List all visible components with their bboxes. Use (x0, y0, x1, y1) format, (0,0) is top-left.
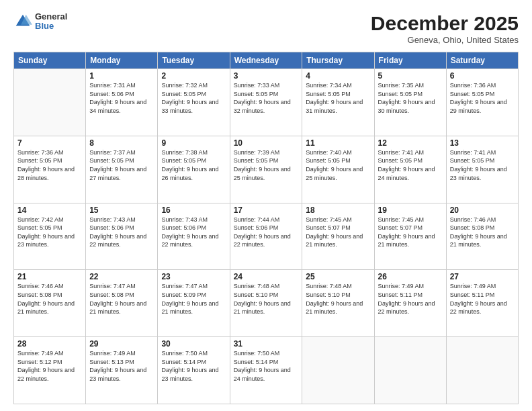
calendar-cell (302, 337, 374, 404)
calendar-week-row: 7 Sunrise: 7:36 AMSunset: 5:05 PMDayligh… (14, 136, 519, 203)
calendar-day-header: Monday (86, 52, 158, 69)
day-number: 23 (161, 272, 226, 281)
calendar-cell: 19 Sunrise: 7:45 AMSunset: 5:07 PMDaylig… (374, 203, 446, 270)
day-info: Sunrise: 7:44 AMSunset: 5:06 PMDaylight:… (234, 216, 291, 248)
calendar-cell: 1 Sunrise: 7:31 AMSunset: 5:06 PMDayligh… (86, 69, 158, 136)
day-number: 7 (17, 138, 82, 148)
day-number: 29 (89, 339, 154, 349)
day-info: Sunrise: 7:45 AMSunset: 5:07 PMDaylight:… (378, 216, 435, 248)
calendar-cell (374, 337, 446, 404)
calendar-cell: 25 Sunrise: 7:48 AMSunset: 5:10 PMDaylig… (302, 270, 374, 337)
day-info: Sunrise: 7:34 AMSunset: 5:05 PMDaylight:… (306, 82, 363, 114)
day-info: Sunrise: 7:43 AMSunset: 5:06 PMDaylight:… (161, 216, 218, 248)
day-info: Sunrise: 7:40 AMSunset: 5:05 PMDaylight:… (306, 149, 363, 181)
day-number: 16 (161, 205, 226, 215)
day-info: Sunrise: 7:48 AMSunset: 5:10 PMDaylight:… (306, 283, 363, 315)
day-info: Sunrise: 7:49 AMSunset: 5:11 PMDaylight:… (378, 283, 435, 315)
calendar-cell: 23 Sunrise: 7:47 AMSunset: 5:09 PMDaylig… (158, 270, 230, 337)
day-number: 24 (234, 272, 299, 281)
header: General Blue December 2025 Geneva, Ohio,… (13, 12, 519, 45)
day-number: 2 (161, 71, 226, 81)
calendar-cell: 15 Sunrise: 7:43 AMSunset: 5:06 PMDaylig… (86, 203, 158, 270)
calendar-cell: 16 Sunrise: 7:43 AMSunset: 5:06 PMDaylig… (158, 203, 230, 270)
calendar-cell: 7 Sunrise: 7:36 AMSunset: 5:05 PMDayligh… (14, 136, 86, 203)
day-number: 25 (306, 272, 370, 281)
calendar-day-header: Friday (374, 52, 446, 69)
calendar-table: SundayMondayTuesdayWednesdayThursdayFrid… (13, 52, 519, 404)
calendar-cell: 20 Sunrise: 7:46 AMSunset: 5:08 PMDaylig… (446, 203, 518, 270)
calendar-cell: 17 Sunrise: 7:44 AMSunset: 5:06 PMDaylig… (230, 203, 302, 270)
day-info: Sunrise: 7:38 AMSunset: 5:05 PMDaylight:… (161, 149, 218, 181)
day-info: Sunrise: 7:36 AMSunset: 5:05 PMDaylight:… (450, 82, 507, 114)
day-info: Sunrise: 7:49 AMSunset: 5:12 PMDaylight:… (17, 350, 75, 382)
day-info: Sunrise: 7:36 AMSunset: 5:05 PMDaylight:… (17, 149, 75, 181)
day-info: Sunrise: 7:35 AMSunset: 5:05 PMDaylight:… (378, 82, 435, 114)
calendar-day-header: Saturday (446, 52, 518, 69)
day-number: 13 (450, 138, 515, 148)
day-number: 14 (17, 205, 82, 215)
day-number: 26 (378, 272, 443, 281)
day-info: Sunrise: 7:49 AMSunset: 5:11 PMDaylight:… (450, 283, 507, 315)
logo-text: General Blue (35, 12, 67, 32)
day-info: Sunrise: 7:43 AMSunset: 5:06 PMDaylight:… (89, 216, 146, 248)
calendar-cell: 2 Sunrise: 7:32 AMSunset: 5:05 PMDayligh… (158, 69, 230, 136)
day-info: Sunrise: 7:46 AMSunset: 5:08 PMDaylight:… (17, 283, 75, 315)
calendar-week-row: 1 Sunrise: 7:31 AMSunset: 5:06 PMDayligh… (14, 69, 519, 136)
calendar-cell: 24 Sunrise: 7:48 AMSunset: 5:10 PMDaylig… (230, 270, 302, 337)
calendar-cell: 4 Sunrise: 7:34 AMSunset: 5:05 PMDayligh… (302, 69, 374, 136)
day-info: Sunrise: 7:41 AMSunset: 5:05 PMDaylight:… (450, 149, 507, 181)
day-number: 28 (17, 339, 82, 349)
calendar-cell: 11 Sunrise: 7:40 AMSunset: 5:05 PMDaylig… (302, 136, 374, 203)
location: Geneva, Ohio, United States (371, 35, 519, 45)
calendar-day-header: Tuesday (158, 52, 230, 69)
calendar-cell: 14 Sunrise: 7:42 AMSunset: 5:05 PMDaylig… (14, 203, 86, 270)
calendar-cell: 27 Sunrise: 7:49 AMSunset: 5:11 PMDaylig… (446, 270, 518, 337)
calendar-day-header: Thursday (302, 52, 374, 69)
day-info: Sunrise: 7:33 AMSunset: 5:05 PMDaylight:… (234, 82, 291, 114)
day-info: Sunrise: 7:46 AMSunset: 5:08 PMDaylight:… (450, 216, 507, 248)
calendar-header-row: SundayMondayTuesdayWednesdayThursdayFrid… (14, 52, 519, 69)
day-number: 10 (234, 138, 299, 148)
title-block: December 2025 Geneva, Ohio, United State… (371, 12, 519, 45)
day-number: 6 (450, 71, 515, 81)
day-number: 8 (89, 138, 154, 148)
calendar-cell: 8 Sunrise: 7:37 AMSunset: 5:05 PMDayligh… (86, 136, 158, 203)
day-number: 1 (89, 71, 154, 81)
day-info: Sunrise: 7:50 AMSunset: 5:14 PMDaylight:… (234, 350, 291, 382)
calendar-cell: 28 Sunrise: 7:49 AMSunset: 5:12 PMDaylig… (14, 337, 86, 404)
day-number: 5 (378, 71, 443, 81)
calendar-week-row: 14 Sunrise: 7:42 AMSunset: 5:05 PMDaylig… (14, 203, 519, 270)
day-number: 22 (89, 272, 154, 281)
calendar-cell (446, 337, 518, 404)
day-number: 20 (450, 205, 515, 215)
day-number: 30 (161, 339, 226, 349)
day-info: Sunrise: 7:39 AMSunset: 5:05 PMDaylight:… (234, 149, 291, 181)
day-number: 31 (234, 339, 299, 349)
day-info: Sunrise: 7:48 AMSunset: 5:10 PMDaylight:… (234, 283, 291, 315)
calendar-cell (14, 69, 86, 136)
day-number: 27 (450, 272, 515, 281)
day-number: 12 (378, 138, 443, 148)
calendar-day-header: Sunday (14, 52, 86, 69)
calendar-cell: 31 Sunrise: 7:50 AMSunset: 5:14 PMDaylig… (230, 337, 302, 404)
calendar-cell: 26 Sunrise: 7:49 AMSunset: 5:11 PMDaylig… (374, 270, 446, 337)
calendar-cell: 3 Sunrise: 7:33 AMSunset: 5:05 PMDayligh… (230, 69, 302, 136)
calendar-cell: 9 Sunrise: 7:38 AMSunset: 5:05 PMDayligh… (158, 136, 230, 203)
day-number: 4 (306, 71, 370, 81)
calendar-cell: 12 Sunrise: 7:41 AMSunset: 5:05 PMDaylig… (374, 136, 446, 203)
logo: General Blue (13, 12, 67, 32)
day-info: Sunrise: 7:47 AMSunset: 5:09 PMDaylight:… (161, 283, 218, 315)
month-title: December 2025 (371, 12, 519, 35)
day-number: 9 (161, 138, 226, 148)
day-info: Sunrise: 7:41 AMSunset: 5:05 PMDaylight:… (378, 149, 435, 181)
calendar-cell: 13 Sunrise: 7:41 AMSunset: 5:05 PMDaylig… (446, 136, 518, 203)
calendar-cell: 5 Sunrise: 7:35 AMSunset: 5:05 PMDayligh… (374, 69, 446, 136)
logo-icon (13, 12, 32, 31)
calendar-cell: 10 Sunrise: 7:39 AMSunset: 5:05 PMDaylig… (230, 136, 302, 203)
calendar-week-row: 28 Sunrise: 7:49 AMSunset: 5:12 PMDaylig… (14, 337, 519, 404)
calendar-cell: 22 Sunrise: 7:47 AMSunset: 5:08 PMDaylig… (86, 270, 158, 337)
day-info: Sunrise: 7:32 AMSunset: 5:05 PMDaylight:… (161, 82, 218, 114)
logo-blue-text: Blue (35, 21, 67, 31)
calendar-day-header: Wednesday (230, 52, 302, 69)
calendar-cell: 29 Sunrise: 7:49 AMSunset: 5:13 PMDaylig… (86, 337, 158, 404)
